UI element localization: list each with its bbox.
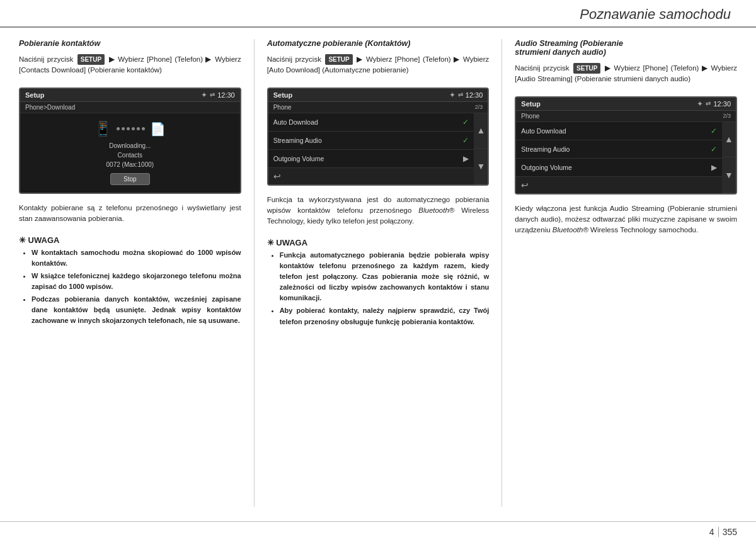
screen3-menu-label-3: Outgoing Volume	[521, 164, 572, 171]
screen3-menu-item-3[interactable]: Outgoing Volume ▶	[516, 159, 722, 177]
col1-note-item-2: W książce telefonicznej każdego skojarzo…	[32, 271, 241, 292]
page-number-right: 355	[723, 527, 737, 537]
col3-intro-text: Naciśnij przycisk SETUP ▶ Wybierz [Phone…	[515, 63, 737, 85]
col2-note-list: Funkcja automatycznego pobierania będzie…	[267, 250, 490, 327]
contacts-label: Contacts	[106, 150, 154, 160]
screen2-main: Auto Download ✓ Streaming Audio ✓	[268, 113, 474, 184]
scroll-down-2[interactable]: ▼	[474, 149, 488, 184]
col1-note-item-1: W kontaktach samochodu można skopiować d…	[32, 247, 241, 269]
screen3-back-bar: ↩	[516, 177, 722, 193]
col3-text1: Naciśnij przycisk	[515, 64, 569, 72]
page-footer: 4 355	[0, 521, 756, 542]
screen1-title: Setup	[25, 91, 45, 99]
back-icon-2[interactable]: ↩	[273, 171, 281, 181]
col1-setup-badge: SETUP	[77, 54, 105, 65]
screen2-bluetooth-icon: ✦	[449, 91, 455, 99]
screen2-breadcrumb: Phone	[273, 104, 292, 111]
screen3-with-scroll: Auto Download ✓ Streaming Audio ✓	[516, 122, 736, 193]
screen2-scroll: ▲ ▼	[474, 113, 488, 184]
screen3-title: Setup	[521, 100, 541, 108]
menu-right-3: ▶	[463, 154, 469, 163]
menu-right-2: ✓	[462, 136, 469, 145]
screen2-menu-list: Auto Download ✓ Streaming Audio ✓	[268, 113, 474, 168]
screen3-menu-item-1[interactable]: Auto Download ✓	[516, 122, 722, 140]
screen3-scroll: ▲ ▼	[722, 122, 736, 193]
dot4	[132, 127, 135, 130]
menu-label-2: Streaming Audio	[273, 137, 322, 144]
screen2-with-scroll: Auto Download ✓ Streaming Audio ✓	[268, 113, 488, 184]
screen2-usb-icon: ⇄	[458, 91, 463, 98]
screen3-arrow-3: ▶	[711, 163, 717, 172]
scroll-up-3[interactable]: ▲	[722, 122, 736, 158]
col1-note-item-3: Podczas pobierania danych kontaktów, wcz…	[32, 294, 241, 326]
screen3-header: Setup ✦ ⇄ 12:30	[516, 98, 736, 111]
col1-text3: Kontakty pobierane są z telefonu przenoś…	[19, 203, 241, 225]
col2-setup-badge: SETUP	[325, 54, 352, 65]
column-3: Audio Streaming (Pobieranie strumieni da…	[515, 39, 737, 507]
screen3-menu-label-1: Auto Download	[521, 127, 566, 135]
col1-note-title: ✳ UWAGA	[19, 235, 241, 245]
checkmark-1: ✓	[462, 118, 469, 127]
screen3-time: 12:30	[713, 100, 731, 108]
dot3	[127, 127, 130, 130]
screen2-icons: ✦ ⇄ 12:30	[449, 91, 483, 99]
phone-icon: 📱	[94, 121, 112, 137]
screen1-icons: ✦ ⇄ 12:30	[201, 91, 235, 99]
page-separator	[718, 527, 719, 537]
screen3-bluetooth-icon: ✦	[697, 99, 703, 108]
page-number-left: 4	[709, 527, 714, 537]
dots-line	[117, 127, 145, 130]
screen2-page: 2/3	[475, 104, 483, 110]
screen2-back-bar: ↩	[268, 168, 474, 184]
screen2-mockup: Setup ✦ ⇄ 12:30 Phone 2/3 Auto Download	[267, 88, 490, 186]
scroll-down-3[interactable]: ▼	[722, 157, 736, 193]
downloading-text: Downloading... Contacts 0072 (Max:1000)	[106, 141, 154, 169]
menu-label-3: Outgoing Volume	[273, 155, 324, 162]
menu-item-2[interactable]: Streaming Audio ✓	[268, 132, 474, 150]
screen3-checkmark-2: ✓	[711, 145, 717, 154]
screen1-time: 12:30	[217, 91, 235, 99]
screen3-menu-right-2: ✓	[711, 145, 717, 154]
column-2: Automatyczne pobieranie (Kontaktów) Naci…	[267, 39, 490, 507]
screen3-menu-right-1: ✓	[711, 127, 717, 135]
col3-title-p1: Audio Streaming (Pobieranie	[515, 39, 623, 48]
col1-text1: Naciśnij przycisk	[19, 55, 73, 63]
screen3-menu-item-2[interactable]: Streaming Audio ✓	[516, 140, 722, 159]
menu-item-3[interactable]: Outgoing Volume ▶	[268, 150, 474, 168]
divider-1	[254, 39, 255, 507]
col2-note-item-2: Aby pobierać kontakty, należy najpierw s…	[280, 305, 490, 327]
downloading-label: Downloading...	[106, 141, 154, 150]
screen3-menu-right-3: ▶	[711, 163, 717, 172]
screen1-body: 📱 📄 Downloading... Contacts 0072 (Max:10	[20, 113, 240, 193]
screen3-checkmark-1: ✓	[711, 127, 717, 135]
stop-button[interactable]: Stop	[110, 173, 150, 185]
col2-section-title: Automatyczne pobieranie (Kontaktów)	[267, 39, 490, 48]
col1-note: ✳ UWAGA W kontaktach samochodu można sko…	[19, 235, 241, 328]
screen3-menu-list: Auto Download ✓ Streaming Audio ✓	[516, 122, 722, 177]
screen3-mockup: Setup ✦ ⇄ 12:30 Phone 2/3 Auto Download	[515, 96, 737, 195]
page-header: Poznawanie samochodu	[0, 0, 756, 28]
doc-icon: 📄	[150, 121, 166, 137]
menu-item-1[interactable]: Auto Download ✓	[268, 113, 474, 132]
page-title: Poznawanie samochodu	[580, 6, 731, 23]
scroll-up-2[interactable]: ▲	[474, 113, 488, 149]
checkmark-2: ✓	[462, 136, 469, 145]
dot6	[142, 127, 145, 130]
menu-label-1: Auto Download	[273, 118, 318, 126]
back-icon-3[interactable]: ↩	[521, 180, 529, 190]
col1-note-list: W kontaktach samochodu można skopiować d…	[19, 247, 241, 326]
screen2-time: 12:30	[466, 91, 483, 99]
col3-section-title: Audio Streaming (Pobieranie strumieni da…	[515, 39, 737, 57]
col3-text3: Kiedy włączona jest funkcja Audio Stream…	[515, 203, 737, 236]
col2-intro-text: Naciśnij przycisk SETUP ▶ Wybierz [Phone…	[267, 54, 490, 76]
screen1-header: Setup ✦ ⇄ 12:30	[20, 89, 240, 102]
screen2-title: Setup	[273, 91, 293, 99]
screen1-mockup: Setup ✦ ⇄ 12:30 Phone>Download 📱	[19, 88, 241, 194]
wireless-label: Wireless	[590, 226, 618, 234]
screen3-page: 2/3	[723, 113, 731, 119]
col1-section-title: Pobieranie kontaktów	[19, 39, 241, 48]
col3-setup-badge: SETUP	[573, 63, 600, 74]
col2-note-item-1: Funkcja automatycznego pobierania będzie…	[280, 250, 490, 303]
screen1-breadcrumb: Phone>Download	[20, 102, 240, 113]
screen3-usb-icon: ⇄	[706, 100, 711, 107]
